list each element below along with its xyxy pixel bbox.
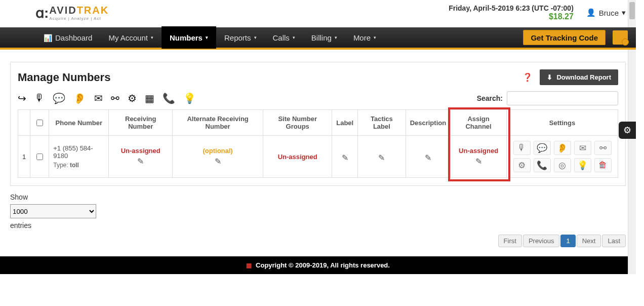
- receiving-value: Un-assigned: [121, 147, 160, 155]
- dashboard-icon: [44, 33, 52, 42]
- cell-tactics: ✎: [358, 136, 406, 178]
- page-prev-button[interactable]: Previous: [523, 235, 560, 247]
- help-icon[interactable]: ❓: [522, 72, 533, 82]
- cell-label: ✎: [332, 136, 358, 178]
- col-receiving[interactable]: Receiving Number: [109, 110, 173, 136]
- col-settings[interactable]: Settings: [507, 110, 618, 136]
- scroll-thumb[interactable]: [629, 2, 635, 19]
- page-next-button[interactable]: Next: [577, 235, 601, 247]
- cell-site-groups: Un-assigned: [263, 136, 332, 178]
- nav-dashboard[interactable]: Dashboard: [35, 26, 100, 49]
- download-report-button[interactable]: ⬇ Download Report: [540, 69, 618, 85]
- ear-icon[interactable]: 👂: [554, 141, 571, 155]
- table-header-row: Phone Number Receiving Number Alternate …: [18, 110, 618, 136]
- nav-calls[interactable]: Calls: [265, 26, 303, 49]
- get-tracking-code-button[interactable]: Get Tracking Code: [523, 30, 606, 45]
- page-first-button[interactable]: First: [498, 235, 522, 247]
- user-name: Bruce: [599, 9, 619, 17]
- nav-my-account[interactable]: My Account: [100, 26, 162, 49]
- type-label: Type:: [53, 162, 70, 169]
- microphone-icon[interactable]: 🎙: [34, 92, 45, 104]
- cell-receiving: Un-assigned ✎: [109, 136, 173, 178]
- col-site-groups[interactable]: Site Number Groups: [263, 110, 332, 136]
- col-alternate[interactable]: Alternate Receiving Number: [173, 110, 263, 136]
- show-label-top: Show: [10, 193, 626, 201]
- grid-icon: ▦: [246, 262, 252, 269]
- logo[interactable]: ɑ: AVIDTRAK Acquire | Analyze | Act: [35, 5, 109, 21]
- row-index: 1: [18, 136, 30, 178]
- footer-text: Copyright © 2009-2019, All rights reserv…: [256, 261, 390, 269]
- edit-icon[interactable]: ✎: [177, 157, 259, 166]
- chevron-down-icon: [206, 35, 208, 40]
- edit-icon[interactable]: ✎: [410, 153, 447, 163]
- select-all-checkbox[interactable]: [36, 120, 43, 126]
- nav-billing[interactable]: Billing: [303, 26, 345, 49]
- user-menu[interactable]: 👤 Bruce: [586, 8, 626, 17]
- nav-more[interactable]: More: [345, 26, 384, 49]
- col-index: [18, 110, 30, 136]
- type-value: toll: [70, 162, 79, 169]
- logo-mark-icon: ɑ:: [35, 5, 48, 21]
- show-label-bottom: entries: [10, 221, 626, 230]
- caller-id-icon[interactable]: 📞: [163, 92, 175, 104]
- speech-bubble-icon[interactable]: 💬: [534, 141, 551, 155]
- datetime-label: Friday, April-5-2019 6:23 (UTC -07:00): [449, 4, 574, 12]
- logo-subtitle: Acquire | Analyze | Act: [49, 16, 109, 21]
- show-entries-select[interactable]: 1000: [10, 204, 96, 218]
- nav-reports[interactable]: Reports: [216, 26, 265, 49]
- logo-text-avid: AVID: [49, 5, 76, 16]
- main-nav: Dashboard My Account Numbers Reports Cal…: [0, 27, 636, 50]
- balance-label: $18.27: [449, 12, 574, 21]
- download-icon: ⬇: [547, 73, 552, 81]
- search-input[interactable]: [507, 91, 618, 105]
- col-description[interactable]: Description: [406, 110, 451, 136]
- caller-id-icon[interactable]: 📞: [534, 158, 551, 172]
- phone-number-value: +1 (855) 584-9180: [53, 144, 104, 160]
- email-icon[interactable]: ✉: [574, 141, 591, 155]
- nav-numbers[interactable]: Numbers: [162, 26, 216, 49]
- col-label[interactable]: Label: [332, 110, 358, 136]
- alternate-value: (optional): [203, 147, 232, 155]
- row-checkbox[interactable]: [36, 154, 43, 160]
- forward-icon[interactable]: ↪: [18, 92, 26, 104]
- search-label: Search:: [477, 94, 503, 102]
- download-report-label: Download Report: [556, 73, 611, 81]
- chevron-down-icon: [374, 35, 376, 40]
- page-last-button[interactable]: Last: [602, 235, 626, 247]
- gear-icon[interactable]: ⚙: [128, 92, 137, 104]
- edit-icon[interactable]: ✎: [336, 153, 353, 163]
- chevron-down-icon: [622, 8, 626, 17]
- grid-icon[interactable]: ▦: [145, 92, 154, 104]
- col-tactics-label[interactable]: Tactics Label: [358, 110, 406, 136]
- chevron-down-icon: [151, 35, 153, 40]
- table-row: 1 +1 (855) 584-9180 Type: toll Un-assign…: [18, 136, 618, 178]
- edit-icon[interactable]: ✎: [113, 157, 168, 166]
- page-current[interactable]: 1: [560, 235, 575, 247]
- trash-icon[interactable]: 🗑: [594, 158, 612, 172]
- col-assign-channel[interactable]: Assign Channel: [451, 110, 507, 136]
- gear-icon[interactable]: ⚙: [513, 158, 531, 172]
- settings-float-icon[interactable]: ⚙: [619, 122, 636, 139]
- manage-numbers-panel: Manage Numbers ❓ ⬇ Download Report ↪ 🎙 💬…: [10, 62, 626, 186]
- chevron-down-icon: [293, 35, 295, 40]
- ear-icon[interactable]: 👂: [73, 92, 86, 104]
- voicemail-icon[interactable]: ⚯: [594, 141, 612, 155]
- lightbulb-icon[interactable]: 💡: [574, 158, 591, 172]
- home-folder-icon[interactable]: [613, 30, 628, 45]
- logo-text-trak: TRAK: [77, 5, 109, 16]
- edit-icon[interactable]: ✎: [362, 153, 401, 163]
- cell-description: ✎: [406, 136, 451, 178]
- chevron-down-icon: [254, 35, 257, 40]
- edit-icon[interactable]: ✎: [455, 157, 502, 166]
- col-phone-number[interactable]: Phone Number: [49, 110, 109, 136]
- toolbar-icons: ↪ 🎙 💬 👂 ✉ ⚯ ⚙ ▦ 📞 💡: [18, 92, 196, 104]
- voicemail-icon[interactable]: ⚯: [111, 92, 119, 104]
- target-icon[interactable]: ◎: [554, 158, 571, 172]
- speech-bubble-icon[interactable]: 💬: [53, 92, 65, 104]
- assign-channel-value: Un-assigned: [459, 147, 498, 155]
- lightbulb-icon[interactable]: 💡: [183, 92, 196, 104]
- top-bar: ɑ: AVIDTRAK Acquire | Analyze | Act Frid…: [0, 0, 636, 27]
- site-groups-value: Un-assigned: [278, 153, 317, 161]
- email-icon[interactable]: ✉: [94, 92, 103, 104]
- microphone-icon[interactable]: 🎙: [513, 141, 531, 155]
